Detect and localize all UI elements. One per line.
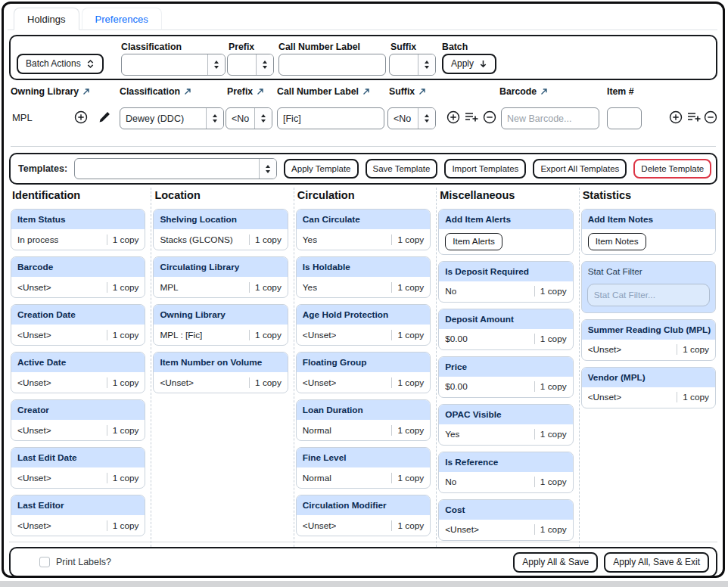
template-select[interactable] bbox=[74, 158, 277, 179]
attr-card[interactable]: Owning LibraryMPL : [Fic]1 copy bbox=[153, 304, 288, 346]
attr-card[interactable]: Creation Date<Unset>1 copy bbox=[11, 304, 145, 346]
attr-card[interactable]: Last Edit Date<Unset>1 copy bbox=[11, 447, 145, 489]
attr-card-body: <Unset>1 copy bbox=[11, 467, 145, 488]
delete-template-button[interactable]: Delete Template bbox=[633, 159, 711, 179]
batch-apply-arrow-icon[interactable] bbox=[418, 88, 426, 95]
attr-card[interactable]: Is ReferenceNo1 copy bbox=[438, 452, 573, 493]
batch-call-number-label-input[interactable] bbox=[278, 54, 386, 76]
attr-card[interactable]: Summer Reading Club (MPL)<Unset>1 copy bbox=[581, 319, 716, 361]
apply-all-save-exit-button[interactable]: Apply All, Save & Exit bbox=[604, 552, 709, 573]
batch-apply-button[interactable]: Apply bbox=[442, 54, 496, 74]
batch-apply-arrow-icon[interactable] bbox=[184, 88, 191, 95]
apply-template-button[interactable]: Apply Template bbox=[284, 159, 358, 179]
attr-card-body: <Unset>1 copy bbox=[439, 520, 572, 540]
attr-card-body: Item Notes bbox=[582, 229, 715, 254]
attr-card-copies: 1 copy bbox=[391, 282, 424, 293]
plus-circle-icon[interactable] bbox=[446, 110, 460, 124]
attr-card-value: <Unset> bbox=[17, 520, 51, 531]
attr-card-button[interactable]: Item Alerts bbox=[445, 233, 502, 250]
call-number-label-input[interactable] bbox=[277, 107, 384, 129]
attr-card[interactable]: OPAC VisibleYes1 copy bbox=[438, 404, 573, 446]
minus-circle-icon[interactable] bbox=[483, 110, 496, 124]
attr-card-copies: 1 copy bbox=[677, 392, 709, 402]
select-stepper-icon bbox=[207, 108, 223, 129]
attr-card[interactable]: Item Number on Volume<Unset>1 copy bbox=[153, 352, 288, 393]
tab-holdings[interactable]: Holdings bbox=[14, 8, 79, 30]
add-many-icon[interactable] bbox=[464, 110, 479, 124]
select-value: Dewey (DDC) bbox=[120, 108, 207, 129]
attr-card[interactable]: Is HoldableYes1 copy bbox=[296, 256, 431, 298]
attr-card-value: $0.00 bbox=[445, 334, 468, 344]
minus-circle-icon[interactable] bbox=[704, 110, 717, 124]
attr-card[interactable]: Item StatusIn process1 copy bbox=[11, 209, 145, 250]
batch-classification-select[interactable] bbox=[121, 54, 226, 76]
attr-card: Stat Cat Filter bbox=[581, 261, 716, 313]
attr-card[interactable]: Circulation Modifier<Unset>1 copy bbox=[296, 495, 431, 536]
attr-card-value: Yes bbox=[445, 429, 459, 439]
attr-card[interactable]: Vendor (MPL)<Unset>1 copy bbox=[581, 367, 716, 408]
attr-card-button[interactable]: Item Notes bbox=[588, 233, 646, 250]
attr-card[interactable]: Deposit Amount$0.001 copy bbox=[438, 309, 573, 350]
attr-card[interactable]: Age Hold Protection<Unset>1 copy bbox=[296, 304, 431, 346]
attr-card[interactable]: Active Date<Unset>1 copy bbox=[11, 352, 145, 393]
batch-actions-button[interactable]: Batch Actions bbox=[17, 54, 104, 74]
suffix-select[interactable]: <No bbox=[387, 107, 436, 129]
attr-card-label: Floating Group bbox=[297, 353, 430, 372]
attr-card-label: Circulating Library bbox=[154, 257, 287, 277]
attr-card-body: <Unset>1 copy bbox=[297, 372, 430, 393]
attr-card[interactable]: Shelving LocationStacks (GLCONS)1 copy bbox=[153, 209, 288, 250]
attr-card-value: <Unset> bbox=[17, 473, 51, 483]
attr-card-value: MPL : [Fic] bbox=[160, 330, 202, 340]
attr-card-copies: 1 copy bbox=[107, 377, 139, 388]
attr-card[interactable]: Cost<Unset>1 copy bbox=[438, 499, 573, 541]
item-number-input[interactable] bbox=[607, 107, 642, 129]
header-item-number: Item # bbox=[607, 86, 634, 97]
attr-card[interactable]: Last Editor<Unset>1 copy bbox=[11, 495, 145, 536]
attr-card[interactable]: Creator<Unset>1 copy bbox=[11, 399, 145, 441]
batch-prefix-select[interactable] bbox=[227, 54, 274, 76]
attr-card-body: <Unset>1 copy bbox=[11, 277, 145, 297]
attr-card-body: In process1 copy bbox=[11, 229, 145, 250]
apply-all-save-button[interactable]: Apply All & Save bbox=[513, 552, 598, 573]
new-barcode-input[interactable] bbox=[501, 107, 599, 129]
save-template-button[interactable]: Save Template bbox=[366, 159, 438, 179]
attr-card[interactable]: Floating Group<Unset>1 copy bbox=[296, 352, 431, 393]
batch-apply-arrow-icon[interactable] bbox=[82, 88, 90, 95]
batch-suffix-select[interactable] bbox=[389, 54, 436, 76]
add-many-icon[interactable] bbox=[686, 110, 702, 124]
plus-circle-icon[interactable] bbox=[669, 110, 683, 124]
attr-card[interactable]: Price$0.001 copy bbox=[438, 356, 573, 398]
print-labels-checkbox[interactable] bbox=[39, 557, 50, 567]
attr-card-body: <Unset>1 copy bbox=[297, 515, 430, 536]
tab-bar: Holdings Preferences bbox=[14, 8, 162, 30]
column-identification: IdentificationItem StatusIn process1 cop… bbox=[9, 188, 151, 547]
attr-card[interactable]: Loan DurationNormal1 copy bbox=[296, 399, 431, 441]
attr-card[interactable]: Circulating LibraryMPL1 copy bbox=[153, 256, 288, 298]
attr-card[interactable]: Can CirculateYes1 copy bbox=[296, 209, 431, 250]
attr-card[interactable]: Fine LevelNormal1 copy bbox=[296, 447, 431, 489]
attr-card-body: Yes1 copy bbox=[439, 424, 572, 445]
attr-card-copies: 1 copy bbox=[107, 425, 139, 436]
batch-apply-arrow-icon[interactable] bbox=[540, 88, 548, 95]
column-circulation: CirculationCan CirculateYes1 copyIs Hold… bbox=[294, 188, 437, 547]
attr-card-label: Is Holdable bbox=[297, 257, 430, 277]
attr-card[interactable]: Barcode<Unset>1 copy bbox=[11, 256, 145, 298]
batch-apply-arrow-icon[interactable] bbox=[362, 88, 370, 95]
prefix-select[interactable]: <No bbox=[226, 107, 272, 129]
attr-card-body: <Unset>1 copy bbox=[11, 420, 145, 440]
plus-circle-icon[interactable] bbox=[74, 110, 88, 124]
batch-apply-arrow-icon[interactable] bbox=[257, 88, 264, 95]
stat-cat-filter-input[interactable] bbox=[587, 284, 710, 306]
horizontal-scrollbar[interactable] bbox=[0, 581, 728, 587]
attr-card-body: Item Alerts bbox=[439, 229, 572, 254]
import-templates-button[interactable]: Import Templates bbox=[444, 159, 526, 179]
classification-select[interactable]: Dewey (DDC) bbox=[120, 107, 224, 129]
tab-preferences[interactable]: Preferences bbox=[82, 8, 162, 30]
select-stepper-icon bbox=[255, 108, 272, 129]
export-all-templates-button[interactable]: Export All Templates bbox=[533, 159, 627, 179]
attr-card-copies: 1 copy bbox=[107, 282, 139, 293]
edit-pencil-icon[interactable] bbox=[98, 110, 111, 124]
attr-card[interactable]: Is Deposit RequiredNo1 copy bbox=[438, 261, 573, 303]
attr-card-body: Stacks (GLCONS)1 copy bbox=[154, 229, 287, 250]
column-title: Circulation bbox=[297, 189, 431, 201]
